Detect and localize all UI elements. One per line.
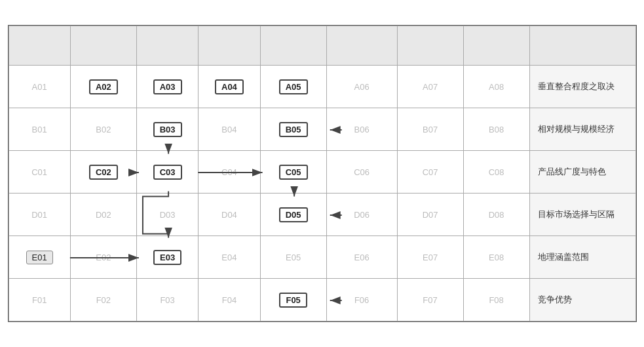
- row-label-0: 垂直整合程度之取决: [529, 66, 635, 108]
- row-label-2: 产品线广度与特色: [529, 151, 635, 194]
- cell-f01: F01: [9, 279, 70, 321]
- cell-b01: B01: [9, 108, 70, 151]
- cell-d01: D01: [9, 194, 70, 236]
- cell-d07: D07: [397, 194, 463, 236]
- cell-a04: A04: [199, 66, 260, 108]
- table-row: C01C02C03C04C05C06C07C08产品线广度与特色: [9, 151, 635, 194]
- cell-c02: C02: [70, 151, 136, 194]
- cell-d05: D05: [260, 194, 326, 236]
- header-cell-5: [326, 26, 397, 66]
- cell-b05: B05: [260, 108, 326, 151]
- cell-b04: B04: [199, 108, 260, 151]
- cell-b06: B06: [326, 108, 397, 151]
- cell-e06: E06: [326, 236, 397, 279]
- main-table-wrapper: A01A02A03A04A05A06A07A08垂直整合程度之取决B01B02B…: [8, 25, 637, 322]
- cell-e02: E02: [70, 236, 136, 279]
- table-body: A01A02A03A04A05A06A07A08垂直整合程度之取决B01B02B…: [9, 66, 635, 321]
- header-cell-4: [260, 26, 326, 66]
- cell-f04: F04: [199, 279, 260, 321]
- cell-e05: E05: [260, 236, 326, 279]
- cell-d03: D03: [136, 194, 198, 236]
- header-cell-2: [136, 26, 198, 66]
- table-row: E01E02E03E04E05E06E07E08地理涵盖范围: [9, 236, 635, 279]
- header-cell-1: [70, 26, 136, 66]
- table-row: F01F02F03F04F05F06F07F08竞争优势: [9, 279, 635, 321]
- cell-d04: D04: [199, 194, 260, 236]
- cell-f07: F07: [397, 279, 463, 321]
- cell-e03: E03: [136, 236, 198, 279]
- cell-a02: A02: [70, 66, 136, 108]
- cell-b08: B08: [463, 108, 529, 151]
- cell-f08: F08: [463, 279, 529, 321]
- cell-c08: C08: [463, 151, 529, 194]
- row-label-1: 相对规模与规模经济: [529, 108, 635, 151]
- table-container: A01A02A03A04A05A06A07A08垂直整合程度之取决B01B02B…: [9, 26, 636, 321]
- header-cell-6: [397, 26, 463, 66]
- row-label-4: 地理涵盖范围: [529, 236, 635, 279]
- cell-a03: A03: [136, 66, 198, 108]
- cell-c04: C04: [199, 151, 260, 194]
- cell-f03: F03: [136, 279, 198, 321]
- cell-d06: D06: [326, 194, 397, 236]
- cell-c06: C06: [326, 151, 397, 194]
- cell-e07: E07: [397, 236, 463, 279]
- cell-c07: C07: [397, 151, 463, 194]
- cell-e08: E08: [463, 236, 529, 279]
- cell-b02: B02: [70, 108, 136, 151]
- cell-a07: A07: [397, 66, 463, 108]
- cell-a06: A06: [326, 66, 397, 108]
- cell-f02: F02: [70, 279, 136, 321]
- cell-b07: B07: [397, 108, 463, 151]
- header-cell-8: [529, 26, 635, 66]
- header-cell-0: [9, 26, 70, 66]
- cell-c01: C01: [9, 151, 70, 194]
- row-label-5: 竞争优势: [529, 279, 635, 321]
- table-row: A01A02A03A04A05A06A07A08垂直整合程度之取决: [9, 66, 635, 108]
- table-row: B01B02B03B04B05B06B07B08相对规模与规模经济: [9, 108, 635, 151]
- cell-c05: C05: [260, 151, 326, 194]
- cell-c03: C03: [136, 151, 198, 194]
- cell-e04: E04: [199, 236, 260, 279]
- cell-d08: D08: [463, 194, 529, 236]
- cell-a05: A05: [260, 66, 326, 108]
- cell-e01: E01: [9, 236, 70, 279]
- cell-a08: A08: [463, 66, 529, 108]
- header-cell-7: [463, 26, 529, 66]
- cell-a01: A01: [9, 66, 70, 108]
- cell-b03: B03: [136, 108, 198, 151]
- cell-d02: D02: [70, 194, 136, 236]
- header-row: [9, 26, 635, 66]
- cell-f06: F06: [326, 279, 397, 321]
- table-row: D01D02D03D04D05D06D07D08目标市场选择与区隔: [9, 194, 635, 236]
- strategy-table: A01A02A03A04A05A06A07A08垂直整合程度之取决B01B02B…: [9, 26, 636, 321]
- header-cell-3: [199, 26, 260, 66]
- row-label-3: 目标市场选择与区隔: [529, 194, 635, 236]
- cell-f05: F05: [260, 279, 326, 321]
